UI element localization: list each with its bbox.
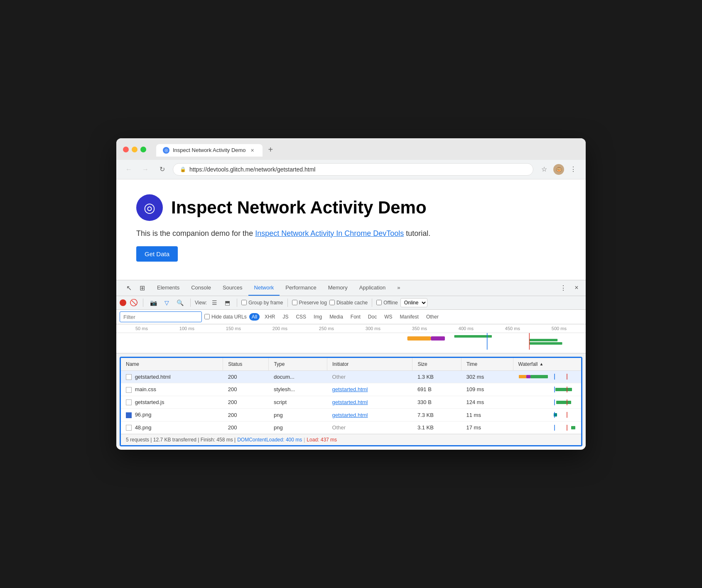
cell-name: 96.png <box>121 409 223 421</box>
file-icon <box>126 425 132 431</box>
timeline-ticks: 50 ms 100 ms 150 ms 200 ms 250 ms 300 ms… <box>116 326 586 331</box>
offline-label[interactable]: Offline <box>376 300 398 306</box>
disable-cache-label[interactable]: Disable cache <box>329 300 368 306</box>
page-title: Inspect Network Activity Demo <box>171 198 427 218</box>
bookmark-button[interactable]: ☆ <box>538 164 550 175</box>
devtools-more-actions: ⋮ × <box>557 282 582 294</box>
address-input[interactable]: 🔒 https://devtools.glitch.me/network/get… <box>173 163 533 176</box>
filter-button[interactable]: ▽ <box>162 298 172 307</box>
table-row[interactable]: main.css 200 stylesh... getstarted.html … <box>121 383 581 396</box>
filter-doc-tag[interactable]: Doc <box>366 313 379 321</box>
tab-application[interactable]: Application <box>353 280 392 296</box>
layers-icon-button[interactable]: ⊞ <box>136 282 148 294</box>
cell-size: 691 B <box>412 383 461 396</box>
tab-bar: ◎ Inspect Network Activity Demo × + <box>156 142 579 157</box>
cell-status: 200 <box>223 421 269 434</box>
close-button[interactable] <box>123 147 129 152</box>
tab-memory[interactable]: Memory <box>322 280 353 296</box>
dom-content-loaded-label[interactable]: DOMContentLoaded: 400 ms <box>237 437 302 443</box>
search-button[interactable]: 🔍 <box>174 298 186 307</box>
filter-manifest-tag[interactable]: Manifest <box>398 313 421 321</box>
cell-type: docum... <box>269 370 327 383</box>
hide-data-urls-checkbox[interactable] <box>204 314 210 319</box>
forward-button[interactable]: → <box>140 164 151 175</box>
filter-ws-tag[interactable]: WS <box>382 313 395 321</box>
preserve-log-checkbox[interactable] <box>292 300 297 305</box>
network-status-bar: 5 requests | 12.7 KB transferred | Finis… <box>121 434 581 445</box>
filter-css-tag[interactable]: CSS <box>293 313 309 321</box>
filter-input[interactable] <box>123 314 198 320</box>
tick-250ms: 250 ms <box>319 326 334 331</box>
cell-status: 200 <box>223 396 269 409</box>
table-row[interactable]: 96.png 200 png getstarted.html 7.3 KB 11… <box>121 409 581 421</box>
table-row[interactable]: getstarted.html 200 docum... Other 1.3 K… <box>121 370 581 383</box>
row-name: 96.png <box>135 412 152 418</box>
reload-button[interactable]: ↻ <box>156 164 168 175</box>
filter-xhr-tag[interactable]: XHR <box>262 313 277 321</box>
preserve-log-label[interactable]: Preserve log <box>292 300 327 306</box>
waterfall-view-button[interactable]: ⬒ <box>222 298 233 307</box>
svg-rect-15 <box>556 401 571 404</box>
tab-performance[interactable]: Performance <box>280 280 322 296</box>
status-requests: 5 requests | 12.7 KB transferred | Finis… <box>126 437 236 443</box>
maximize-button[interactable] <box>140 147 146 152</box>
table-row[interactable]: 48.png 200 png Other 3.1 KB 17 ms <box>121 421 581 434</box>
devtools-more-button[interactable]: ⋮ <box>557 282 569 294</box>
record-button[interactable] <box>120 299 126 306</box>
list-view-button[interactable]: ☰ <box>209 298 220 307</box>
filter-js-tag[interactable]: JS <box>280 313 291 321</box>
cursor-icon-button[interactable]: ↖ <box>123 282 135 294</box>
devtools-close-button[interactable]: × <box>571 282 582 294</box>
filter-media-tag[interactable]: Media <box>327 313 346 321</box>
group-by-frame-label[interactable]: Group by frame <box>241 300 283 306</box>
tick-100ms: 100 ms <box>179 326 194 331</box>
cell-size: 7.3 KB <box>412 409 461 421</box>
back-button[interactable]: ← <box>123 164 135 175</box>
active-tab[interactable]: ◎ Inspect Network Activity Demo × <box>156 144 263 157</box>
tab-elements[interactable]: Elements <box>151 280 185 296</box>
throttle-select[interactable]: Online <box>400 298 427 307</box>
cell-name: main.css <box>121 383 223 396</box>
address-actions: ☆ 🐵 ⋮ <box>538 164 579 175</box>
group-by-frame-checkbox[interactable] <box>241 300 247 305</box>
network-toolbar: 🚫 📷 ▽ 🔍 View: ☰ ⬒ Group by frame Preserv… <box>116 296 586 310</box>
disable-cache-checkbox[interactable] <box>329 300 335 305</box>
tick-150ms: 150 ms <box>226 326 241 331</box>
get-data-button[interactable]: Get Data <box>136 246 178 262</box>
new-tab-button[interactable]: + <box>263 142 278 157</box>
title-bar: ◎ Inspect Network Activity Demo × + <box>116 138 586 160</box>
table-row[interactable]: getstarted.js 200 script getstarted.html… <box>121 396 581 409</box>
filter-img-tag[interactable]: Img <box>311 313 324 321</box>
cell-status: 200 <box>223 409 269 421</box>
cell-waterfall <box>513 383 581 396</box>
minimize-button[interactable] <box>132 147 137 152</box>
window-controls <box>123 147 146 152</box>
svg-rect-18 <box>554 413 557 416</box>
cell-type: png <box>269 421 327 434</box>
hide-data-urls-label[interactable]: Hide data URLs <box>204 314 247 320</box>
tab-close-button[interactable]: × <box>249 147 256 154</box>
tab-network[interactable]: Network <box>248 280 280 296</box>
filter-font-tag[interactable]: Font <box>348 313 363 321</box>
menu-button[interactable]: ⋮ <box>567 164 579 175</box>
offline-checkbox[interactable] <box>376 300 382 305</box>
devtools-link[interactable]: Inspect Network Activity In Chrome DevTo… <box>255 229 404 238</box>
filter-all-tag[interactable]: All <box>249 313 260 321</box>
cell-time: 11 ms <box>461 409 513 421</box>
cell-initiator: getstarted.html <box>327 409 412 421</box>
lock-icon: 🔒 <box>180 167 186 172</box>
url-path: /network/getstarted.html <box>253 166 315 173</box>
tab-more[interactable]: » <box>391 280 406 296</box>
highlight-box: Name Status Type Initiator Size Time Wat… <box>120 357 582 447</box>
tab-sources[interactable]: Sources <box>217 280 248 296</box>
status-separator: | <box>304 437 305 443</box>
svg-rect-12 <box>555 388 572 391</box>
view-label: View: <box>195 300 207 306</box>
tab-console[interactable]: Console <box>185 280 217 296</box>
clear-button[interactable]: 🚫 <box>129 298 139 308</box>
tick-200ms: 200 ms <box>272 326 287 331</box>
filter-other-tag[interactable]: Other <box>424 313 441 321</box>
browser-window: ◎ Inspect Network Activity Demo × + ← → … <box>116 138 586 450</box>
camera-button[interactable]: 📷 <box>147 298 160 307</box>
cell-type: script <box>269 396 327 409</box>
